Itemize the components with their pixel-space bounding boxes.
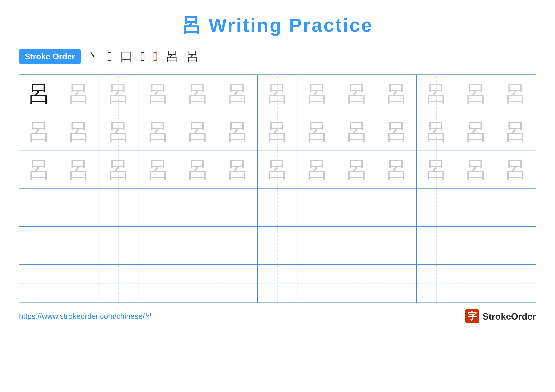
cell-r5-c13[interactable]	[496, 227, 536, 264]
cell-r2-c2[interactable]: 呂	[59, 113, 99, 151]
cell-r4-c1[interactable]	[19, 189, 59, 227]
cell-r6-c5[interactable]	[178, 264, 218, 302]
cell-r4-c7[interactable]	[258, 189, 297, 227]
cell-r3-c12[interactable]: 呂	[456, 151, 496, 189]
cell-r1-c4[interactable]: 呂	[139, 75, 178, 113]
practice-grid: 呂 呂 呂 呂 呂 呂 呂 呂 呂 呂 呂 呂 呂 呂 呂 呂 呂 呂 呂 呂 …	[19, 74, 536, 303]
cell-r4-c9[interactable]	[337, 189, 377, 227]
cell-r6-c10[interactable]	[377, 264, 416, 302]
cell-r3-c11[interactable]: 呂	[416, 151, 456, 189]
cell-r4-c3[interactable]	[99, 189, 139, 227]
brand-icon: 字	[465, 309, 479, 323]
cell-r5-c12[interactable]	[456, 227, 496, 264]
cell-r4-c6[interactable]	[218, 189, 258, 227]
cell-r5-c6[interactable]	[218, 227, 258, 264]
cell-r4-c2[interactable]	[59, 189, 99, 227]
brand-logo: 字 StrokeOrder	[465, 309, 536, 323]
cell-r2-c9[interactable]: 呂	[337, 113, 377, 151]
cell-r4-c11[interactable]	[416, 189, 456, 227]
cell-r5-c2[interactable]	[59, 227, 99, 264]
cell-r5-c5[interactable]	[178, 227, 218, 264]
stroke-step-4: 𠃏	[141, 49, 145, 64]
cell-r1-c7[interactable]: 呂	[258, 75, 297, 113]
cell-r6-c12[interactable]	[456, 264, 496, 302]
cell-r2-c1[interactable]: 呂	[19, 113, 59, 151]
cell-r6-c2[interactable]	[59, 264, 99, 302]
cell-r5-c7[interactable]	[258, 227, 297, 264]
cell-r3-c13[interactable]: 呂	[496, 151, 536, 189]
brand-name: StrokeOrder	[482, 311, 536, 322]
cell-r3-c5[interactable]: 呂	[178, 151, 218, 189]
cell-r2-c10[interactable]: 呂	[377, 113, 416, 151]
stroke-step-7: 呂	[186, 48, 199, 65]
cell-r4-c12[interactable]	[456, 189, 496, 227]
cell-r5-c11[interactable]	[416, 227, 456, 264]
cell-r1-c12[interactable]: 呂	[456, 75, 496, 113]
cell-r6-c1[interactable]	[19, 264, 59, 302]
cell-r2-c13[interactable]: 呂	[496, 113, 536, 151]
stroke-order-badge: Stroke Order	[19, 49, 81, 64]
cell-r6-c11[interactable]	[416, 264, 456, 302]
stroke-step-2: 𠃍	[108, 49, 112, 64]
title-area: 呂 Writing Practice	[19, 13, 536, 38]
cell-r4-c4[interactable]	[139, 189, 178, 227]
cell-r1-c9[interactable]: 呂	[337, 75, 377, 113]
cell-r4-c8[interactable]	[297, 189, 337, 227]
cell-r2-c3[interactable]: 呂	[99, 113, 139, 151]
cell-r2-c12[interactable]: 呂	[456, 113, 496, 151]
cell-r1-c11[interactable]: 呂	[416, 75, 456, 113]
stroke-step-5: 𠃎	[153, 49, 158, 64]
cell-r1-c6[interactable]: 呂	[218, 75, 258, 113]
cell-r1-c3[interactable]: 呂	[99, 75, 139, 113]
cell-r3-c8[interactable]: 呂	[297, 151, 337, 189]
cell-r6-c4[interactable]	[139, 264, 178, 302]
cell-r5-c1[interactable]	[19, 227, 59, 264]
cell-r4-c10[interactable]	[377, 189, 416, 227]
cell-r1-c13[interactable]: 呂	[496, 75, 536, 113]
stroke-steps: 丶 𠃍 口 𠃏 𠃎 呂 呂	[87, 48, 199, 65]
cell-r3-c3[interactable]: 呂	[99, 151, 139, 189]
cell-r2-c8[interactable]: 呂	[297, 113, 337, 151]
page-container: 呂 Writing Practice Stroke Order 丶 𠃍 口 𠃏 …	[0, 0, 555, 392]
cell-r3-c9[interactable]: 呂	[337, 151, 377, 189]
cell-r5-c10[interactable]	[377, 227, 416, 264]
cell-r5-c9[interactable]	[337, 227, 377, 264]
cell-r5-c8[interactable]	[297, 227, 337, 264]
cell-r6-c8[interactable]	[297, 264, 337, 302]
cell-r2-c5[interactable]: 呂	[178, 113, 218, 151]
footer: https://www.strokeorder.com/chinese/呂 字 …	[19, 303, 536, 323]
cell-r4-c5[interactable]	[178, 189, 218, 227]
char-dark: 呂	[28, 83, 50, 105]
cell-r3-c1[interactable]: 呂	[19, 151, 59, 189]
cell-r2-c6[interactable]: 呂	[218, 113, 258, 151]
stroke-step-6: 呂	[166, 48, 178, 65]
cell-r6-c9[interactable]	[337, 264, 377, 302]
cell-r1-c2[interactable]: 呂	[59, 75, 99, 113]
cell-r6-c3[interactable]	[99, 264, 139, 302]
cell-r6-c13[interactable]	[496, 264, 536, 302]
footer-link[interactable]: https://www.strokeorder.com/chinese/呂	[19, 311, 152, 321]
cell-r1-c8[interactable]: 呂	[297, 75, 337, 113]
cell-r4-c13[interactable]	[496, 189, 536, 227]
cell-r5-c4[interactable]	[139, 227, 178, 264]
stroke-order-area: Stroke Order 丶 𠃍 口 𠃏 𠃎 呂 呂	[19, 48, 536, 65]
cell-r2-c4[interactable]: 呂	[139, 113, 178, 151]
cell-r3-c10[interactable]: 呂	[377, 151, 416, 189]
cell-r1-c1[interactable]: 呂	[19, 75, 59, 113]
cell-r3-c6[interactable]: 呂	[218, 151, 258, 189]
cell-r5-c3[interactable]	[99, 227, 139, 264]
cell-r1-c5[interactable]: 呂	[178, 75, 218, 113]
cell-r3-c7[interactable]: 呂	[258, 151, 297, 189]
cell-r2-c7[interactable]: 呂	[258, 113, 297, 151]
cell-r1-c10[interactable]: 呂	[377, 75, 416, 113]
stroke-step-3: 口	[120, 48, 133, 65]
stroke-step-1: 丶	[87, 48, 100, 65]
cell-r3-c2[interactable]: 呂	[59, 151, 99, 189]
page-title: 呂 Writing Practice	[182, 14, 373, 36]
cell-r2-c11[interactable]: 呂	[416, 113, 456, 151]
cell-r3-c4[interactable]: 呂	[139, 151, 178, 189]
cell-r6-c7[interactable]	[258, 264, 297, 302]
cell-r6-c6[interactable]	[218, 264, 258, 302]
